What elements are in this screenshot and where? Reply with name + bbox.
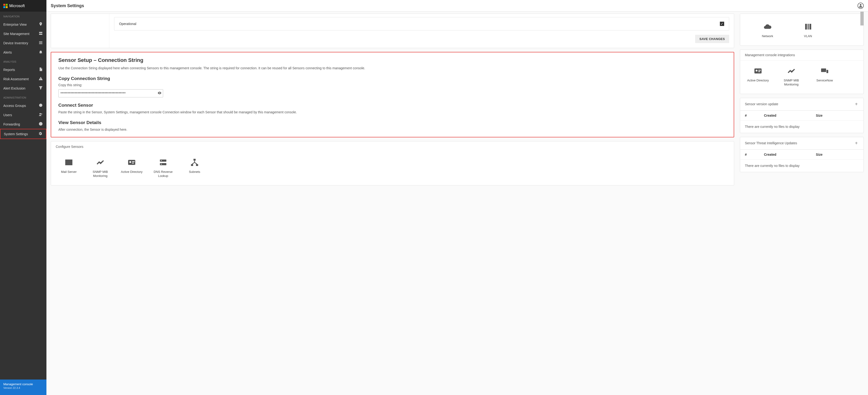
tile-mail-server[interactable]: Mail Server [56,158,82,178]
sidebar-item-site-management[interactable]: Site Management [0,29,46,38]
clock-icon [38,122,43,127]
col-created: Created [764,114,816,117]
tile-label: ServiceNow [816,79,833,83]
sidebar-item-access-groups[interactable]: Access Groups [0,101,46,110]
threat-intel-header: Sensor Threat Intelligence Updates [745,141,797,145]
svg-rect-2 [3,6,5,8]
right-column: Network VLAN Management console integrat… [740,12,864,391]
svg-rect-7 [39,42,42,43]
integrations-card: Management console integrations Active D… [740,50,864,94]
connect-sensor-title: Connect Sensor [58,102,726,108]
table-header: # Created Size [740,111,864,120]
svg-rect-30 [809,24,811,30]
svg-rect-0 [3,4,5,6]
sidebar-item-alert-exclusion[interactable]: Alert Exclusion [0,84,46,93]
copy-conn-label: Copy this string: [58,83,726,87]
sidebar-item-label: Site Management [3,32,30,36]
col-size: Size [816,114,859,117]
mail-icon [63,158,74,167]
sidebar-item-forwarding[interactable]: Forwarding [0,120,46,129]
microsoft-logo-icon [3,4,8,8]
tile-label: SNMP MIB Monitoring [87,170,113,178]
bell-icon [38,50,43,55]
col-created: Created [764,153,816,156]
list-icon [38,40,43,45]
sidebar-item-label: Device Inventory [3,41,28,45]
tile-label: SNMP MIB Monitoring [778,79,804,87]
operational-row: Operational ✓ [114,17,729,30]
tile-int-servicenow[interactable]: ServiceNow [812,66,838,87]
svg-point-13 [860,4,862,6]
svg-rect-14 [128,160,135,165]
warning-triangle-icon [38,77,43,82]
configure-sensors-card: Configure Sensors Mail Server SNMP MIB M… [51,141,734,185]
svg-rect-28 [805,24,807,30]
sidebar-item-risk-assessment[interactable]: Risk Assessment [0,74,46,84]
svg-point-20 [161,160,162,161]
network-topology-icon [189,158,200,167]
svg-rect-8 [39,43,42,44]
tile-network[interactable]: Network [754,22,781,38]
svg-point-21 [161,164,162,165]
tile-active-directory[interactable]: Active Directory [119,158,145,178]
tile-int-active-directory[interactable]: Active Directory [745,66,771,87]
connection-string-input[interactable] [58,89,163,97]
tile-int-snmp[interactable]: SNMP MIB Monitoring [778,66,804,87]
view-sensor-title: View Sensor Details [58,120,726,125]
sidebar-item-label: Access Groups [3,104,26,108]
empty-state: There are currently no files to display [740,159,864,172]
sidebar-footer: Management console Version 22.3.4 [0,379,46,395]
user-avatar-button[interactable] [858,3,864,9]
footer-version: Version 22.3.4 [3,387,43,389]
tile-dns-reverse[interactable]: DNS Reverse Lookup [150,158,176,178]
tile-snmp-mib[interactable]: SNMP MIB Monitoring [87,158,113,178]
sensor-setup-title: Sensor Setup – Connection String [58,57,726,63]
footer-title: Management console [3,383,43,386]
sidebar-item-device-inventory[interactable]: Device Inventory [0,38,46,48]
sidebar-item-system-settings[interactable]: System Settings [0,129,46,139]
operational-checkbox[interactable]: ✓ [720,22,724,26]
sidebar-item-reports[interactable]: Reports [0,65,46,74]
sidebar-item-label: Reports [3,68,15,72]
nav-section-analysis: ANALYSIS [0,57,46,65]
tile-subnets[interactable]: Subnets [182,158,208,178]
empty-state: There are currently no files to display [740,120,864,133]
connect-sensor-desc: Paste the string in the Sensor, System S… [58,110,726,115]
add-threat-intel-button[interactable]: + [854,141,859,146]
save-changes-button[interactable]: SAVE CHANGES [695,35,729,43]
brand-name: Microsoft [9,4,25,8]
id-card-icon [752,66,764,76]
tile-vlan[interactable]: VLAN [795,22,821,38]
col-num: # [745,114,764,117]
svg-rect-19 [160,163,166,165]
svg-rect-24 [196,164,198,166]
operational-label: Operational [119,22,136,26]
svg-point-15 [129,161,131,163]
svg-rect-22 [194,159,196,161]
svg-rect-34 [758,71,761,72]
sidebar-item-alerts[interactable]: Alerts [0,48,46,57]
add-sensor-version-button[interactable]: + [854,101,859,107]
nav-section-navigation: NAVIGATION [0,12,46,20]
topbar: System Settings [46,0,868,12]
chart-line-icon [785,66,797,76]
svg-line-26 [192,162,195,164]
sensor-setup-card: Sensor Setup – Connection String Use the… [51,52,734,138]
sidebar-item-label: Forwarding [3,122,20,126]
columns-icon [802,22,814,31]
chart-line-icon [95,158,106,167]
svg-point-10 [39,113,41,115]
sidebar-item-label: Users [3,113,12,117]
reveal-password-icon[interactable] [157,91,162,96]
svg-line-27 [194,162,197,164]
id-card-icon [126,158,137,167]
svg-point-11 [41,114,42,115]
svg-rect-17 [132,163,134,163]
sidebar-item-enterprise-view[interactable]: Enterprise View [0,20,46,29]
sidebar-item-label: System Settings [4,132,28,136]
svg-rect-6 [39,41,42,42]
copy-conn-title: Copy Connection String [58,76,726,81]
tile-label: Mail Server [61,170,77,174]
sidebar-item-users[interactable]: Users [0,110,46,120]
server-icon [38,31,43,36]
